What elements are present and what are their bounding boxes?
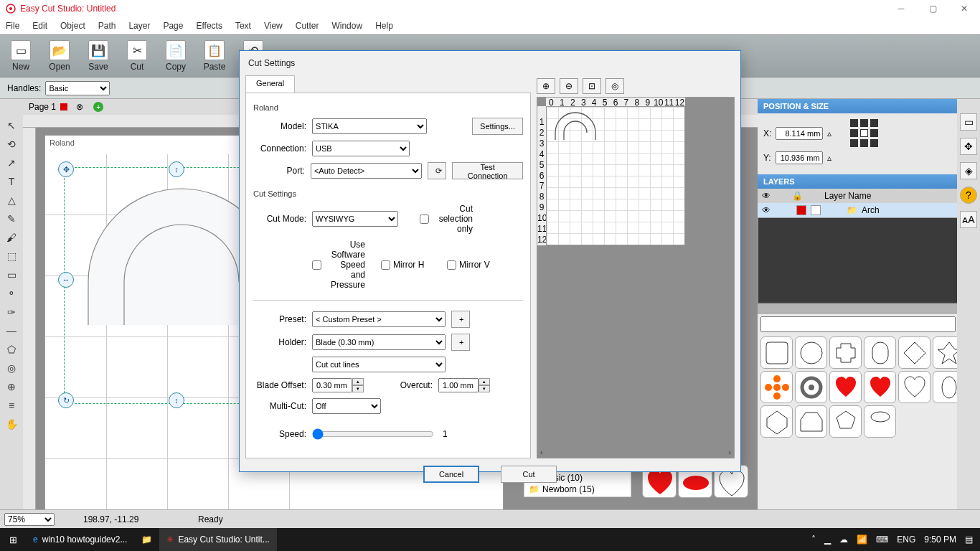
cut-button[interactable]: Cut xyxy=(501,466,557,483)
anchor-grid[interactable] xyxy=(850,119,878,147)
tab-general[interactable]: General xyxy=(245,75,295,93)
tray-chevron-icon[interactable]: ˄ xyxy=(811,534,816,545)
handles-select[interactable]: Basic xyxy=(45,81,110,95)
connection-select[interactable]: USB xyxy=(312,141,410,156)
tool-6[interactable]: 🖌 xyxy=(0,228,23,247)
tool-0[interactable]: ↖ xyxy=(0,116,23,135)
shape-9[interactable] xyxy=(864,371,896,403)
use-software-speed-checkbox[interactable]: Use Software Speed and Pressure xyxy=(312,240,365,290)
copy-button[interactable]: 📄Copy xyxy=(161,40,191,72)
open-button[interactable]: 📂Open xyxy=(44,40,75,72)
mirror-v-checkbox[interactable]: Mirror V xyxy=(447,260,500,270)
handle-scale-h-icon[interactable]: ↔ xyxy=(58,272,74,288)
tool-10[interactable]: ✑ xyxy=(0,303,23,321)
tool-12[interactable]: ⬠ xyxy=(0,340,23,359)
y-stepper[interactable]: ▵ xyxy=(827,153,831,163)
menu-layer[interactable]: Layer xyxy=(128,21,150,31)
zoom-actual-icon[interactable]: ◎ xyxy=(606,78,624,94)
shape-13[interactable] xyxy=(795,405,827,438)
tool-5[interactable]: ✎ xyxy=(0,209,23,228)
settings-button[interactable]: Settings... xyxy=(472,118,523,135)
tray-battery-icon[interactable]: ▁ xyxy=(824,534,831,545)
minimize-button[interactable]: ─ xyxy=(885,0,917,17)
add-holder-button[interactable]: + xyxy=(451,334,470,351)
speed-slider[interactable] xyxy=(312,428,434,440)
scroll-right-icon[interactable]: › xyxy=(728,448,731,456)
menu-effects[interactable]: Effects xyxy=(196,21,222,31)
taskbar-app[interactable]: ✳Easy Cut Studio: Untit... xyxy=(159,528,276,551)
add-preset-button[interactable]: + xyxy=(451,311,470,328)
menu-cutter[interactable]: Cutter xyxy=(296,21,319,31)
preset-select[interactable]: < Custom Preset > xyxy=(312,311,446,327)
shape-8[interactable] xyxy=(829,371,862,403)
holder-select[interactable]: Blade (0.30 mm) xyxy=(312,334,446,350)
multicut-select[interactable]: Off xyxy=(312,398,381,414)
shape-6[interactable] xyxy=(760,371,793,403)
text-style-icon[interactable]: ᴀA xyxy=(960,211,977,228)
layer-row[interactable]: 👁 📁 Arch xyxy=(758,203,980,217)
menu-file[interactable]: File xyxy=(6,21,19,31)
close-page-icon[interactable]: ⊗ xyxy=(76,102,83,112)
panel-divider[interactable] xyxy=(758,303,980,314)
cut-preview[interactable]: 0123456789101112 123456789101112 ‹ › xyxy=(537,97,735,458)
shape-12[interactable] xyxy=(760,405,793,438)
x-stepper[interactable]: ▵ xyxy=(827,128,831,138)
zoom-select[interactable]: 75% xyxy=(4,513,55,526)
tool-13[interactable]: ◎ xyxy=(0,359,23,377)
tool-16[interactable]: ✋ xyxy=(0,415,23,433)
close-button[interactable]: ✕ xyxy=(948,0,980,17)
tool-9[interactable]: ⚬ xyxy=(0,284,23,303)
zoom-in-icon[interactable]: ⊕ xyxy=(537,78,555,94)
shapes-search-input[interactable] xyxy=(760,316,956,332)
shape-3[interactable] xyxy=(864,336,896,369)
shape-1[interactable] xyxy=(795,336,827,369)
zoom-out-icon[interactable]: ⊖ xyxy=(560,78,578,94)
tray-keyboard-icon[interactable]: ⌨ xyxy=(876,534,888,545)
tool-11[interactable]: — xyxy=(0,321,23,340)
shape-14[interactable] xyxy=(829,405,862,438)
paste-button[interactable]: 📋Paste xyxy=(199,40,230,72)
cut-button[interactable]: ✂Cut xyxy=(122,40,152,72)
save-button[interactable]: 💾Save xyxy=(83,40,113,72)
menu-text[interactable]: Text xyxy=(235,21,251,31)
menu-page[interactable]: Page xyxy=(163,21,183,31)
layers-icon[interactable]: ◈ xyxy=(960,162,977,179)
mirror-h-checkbox[interactable]: Mirror H xyxy=(381,260,434,270)
doc-icon[interactable]: ▭ xyxy=(960,113,977,131)
x-input[interactable] xyxy=(776,127,823,140)
maximize-button[interactable]: ▢ xyxy=(917,0,948,17)
cut-type-select[interactable]: Cut cut lines xyxy=(312,357,446,372)
tray-notifications-icon[interactable]: ▤ xyxy=(965,534,973,545)
menu-window[interactable]: Window xyxy=(331,21,362,31)
tray-clock[interactable]: 9:50 PM xyxy=(924,534,956,545)
menu-path[interactable]: Path xyxy=(98,21,116,31)
tool-2[interactable]: ↗ xyxy=(0,154,23,172)
shape-4[interactable] xyxy=(898,336,930,369)
refresh-port-button[interactable]: ⟳ xyxy=(428,162,446,179)
taskbar-edge[interactable]: ewin10 howtoguidev2... xyxy=(26,528,134,551)
cut-mode-select[interactable]: WYSIWYG xyxy=(312,211,398,227)
tool-3[interactable]: T xyxy=(0,172,23,191)
menu-help[interactable]: Help xyxy=(375,21,393,31)
cancel-button[interactable]: Cancel xyxy=(423,466,479,483)
port-select[interactable]: <Auto Detect> xyxy=(311,163,422,179)
menu-view[interactable]: View xyxy=(264,21,283,31)
menu-object[interactable]: Object xyxy=(60,21,85,31)
tray-lang[interactable]: ENG xyxy=(897,534,915,545)
y-input[interactable] xyxy=(776,151,823,164)
cut-selection-only-checkbox[interactable]: Cut selection only xyxy=(420,204,473,234)
scroll-left-icon[interactable]: ‹ xyxy=(540,448,543,456)
help-icon[interactable]: ? xyxy=(960,187,977,204)
shape-2[interactable] xyxy=(829,336,862,369)
tool-8[interactable]: ▭ xyxy=(0,265,23,284)
overcut-spinner[interactable]: ▴▾ xyxy=(438,378,490,392)
start-button[interactable]: ⊞ xyxy=(0,534,26,545)
tool-4[interactable]: △ xyxy=(0,191,23,209)
layer-eye-icon[interactable]: 👁 xyxy=(762,205,771,215)
tool-1[interactable]: ⟲ xyxy=(0,135,23,154)
handle-move-icon[interactable]: ✥ xyxy=(58,161,74,177)
handle-rotate-icon[interactable]: ↻ xyxy=(58,392,74,408)
shape-0[interactable] xyxy=(760,336,793,369)
shape-15[interactable] xyxy=(864,405,896,438)
blade-offset-spinner[interactable]: ▴▾ xyxy=(312,378,364,392)
